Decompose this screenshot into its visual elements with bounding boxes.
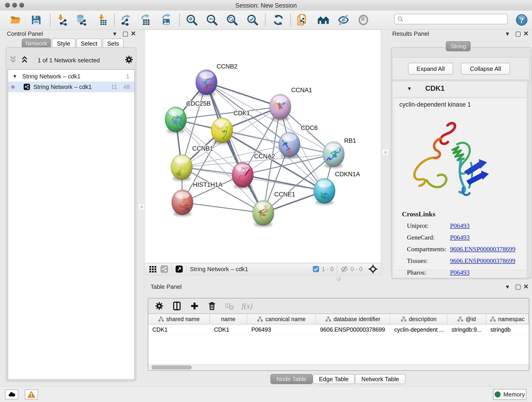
crosslink-value-link[interactable]: P06493 [450,234,470,241]
horizontal-splitter-handle[interactable] [336,276,341,281]
cloud-status-button[interactable] [5,389,18,400]
crosslink-value-link[interactable]: 9606.ENSP00000378699 [450,257,515,264]
network-graph[interactable]: CCNB2CCNA1CDC25BCDK1CDC6RB1CCNB1CCNA2CDK… [145,30,381,263]
collapse-all-button[interactable]: Collapse All [461,63,510,75]
table-cell[interactable]: CDK1 [210,325,247,335]
control-panel-maximize-button[interactable]: ▢ [122,30,128,37]
network-canvas[interactable]: CCNB2CCNA1CDC25BCDK1CDC6RB1CCNB1CCNA2CDK… [145,30,381,263]
network-edge-CCNE1-HIST1H1A[interactable] [182,202,263,213]
selected-checkbox-icon[interactable] [312,266,319,273]
network-node-CDC6[interactable] [279,132,300,157]
network-node-CCNB2[interactable] [196,70,217,95]
help-button[interactable]: ? [516,14,528,27]
zoom-selected-button[interactable] [246,13,259,26]
network-node-CDKN1A[interactable] [314,178,335,204]
tab-node-table[interactable]: Node Table [270,374,313,384]
table-panel-float-button[interactable]: ▼ [505,284,510,290]
string-home-button[interactable] [317,13,330,26]
column-header-shared-name[interactable]: shared name [148,314,210,324]
import-network-button[interactable] [56,13,69,26]
crosslink-value-link[interactable]: P06493 [450,222,470,230]
network-node-RB1[interactable] [323,142,344,167]
network-options-gear-button[interactable] [124,55,133,65]
network-row-selected[interactable]: String Network – cdk1 11 48 [8,82,134,92]
zoom-fit-button[interactable] [226,13,239,26]
table-cell[interactable]: 9606.ENSP00000378699 [316,325,390,335]
table-settings-gear-button[interactable] [155,301,164,311]
detach-view-icon[interactable] [175,265,183,273]
memory-button[interactable]: Memory [493,389,526,400]
table-panel-maximize-button[interactable]: ▢ [515,283,521,290]
tab-edge-table[interactable]: Edge Table [313,374,355,384]
collection-expand-arrow-icon[interactable]: ▼ [13,74,17,79]
control-panel-float-button[interactable]: ▼ [112,31,118,37]
scrollbar-thumb[interactable] [152,365,192,370]
network-node-CCNE1[interactable] [253,200,274,225]
open-session-button[interactable] [9,13,22,26]
table-cell[interactable]: stringdb:9... [447,325,486,335]
results-panel-maximize-button[interactable]: ▢ [515,30,521,37]
network-edge-CCNB2-CCNE1[interactable] [206,82,263,213]
tab-string-results[interactable]: String [446,41,471,51]
warnings-button[interactable] [25,389,38,400]
apply-layout-button[interactable] [272,13,285,26]
network-node-CCNB1[interactable] [171,154,192,180]
column-header-description[interactable]: description [390,314,447,324]
expand-all-button[interactable]: Expand All [408,63,453,75]
column-header-label: shared name [166,316,200,322]
network-node-HIST1H1A[interactable] [172,190,193,215]
grid-view-icon[interactable] [149,265,157,273]
expand-all-networks-button[interactable] [21,55,28,65]
network-view-icon[interactable] [160,265,168,273]
table-cell[interactable]: P06493 [247,325,316,335]
results-panel-float-button[interactable]: ▼ [505,31,510,37]
column-header-database-identifier[interactable]: database identifier [316,314,390,324]
save-session-button[interactable] [30,13,43,26]
network-node-CCNA2[interactable] [232,162,253,187]
ghost-eye-button[interactable] [357,13,370,26]
results-scrollbar[interactable] [526,81,529,278]
table-row[interactable]: CDK1CDK1P064939606.ENSP00000378699cyclin… [148,325,529,335]
table-cell[interactable]: CDK1 [148,325,210,335]
panel-divider-handle[interactable] [138,204,145,210]
crosslink-value-link[interactable]: 9606.ENSP00000378699 [450,245,515,253]
show-columns-button[interactable] [172,301,182,311]
toolbar-search-box[interactable] [394,14,508,24]
search-input[interactable] [404,16,501,22]
control-panel-title: Control Panel [7,30,43,37]
export-image-button[interactable] [159,13,172,26]
export-network-button[interactable] [119,13,132,26]
new-network-from-selection-button[interactable] [297,13,309,26]
create-column-button[interactable] [190,301,199,311]
column-header-canonical-name[interactable]: canonical name [247,314,316,324]
network-collection-row[interactable]: ▼ String Network – cdk1 1 [8,71,134,82]
import-table-button[interactable] [96,13,109,26]
navigator-crosshair-icon[interactable] [368,264,378,274]
delete-column-button[interactable] [207,301,216,311]
column-header-@id[interactable]: @id [447,314,486,324]
import-network-icon [56,14,68,26]
panel-divider-handle[interactable] [382,149,389,155]
export-table-button[interactable] [139,13,152,26]
zoom-in-button[interactable] [185,13,198,26]
collapse-all-networks-button[interactable] [9,55,17,65]
collapse-entry-arrow-icon[interactable]: ▼ [407,86,412,92]
table-horizontal-scrollbar[interactable] [148,364,529,370]
table-cell[interactable]: cyclin-dependent ... [390,325,447,335]
column-header-name[interactable]: name [210,314,247,324]
hide-unhide-button[interactable] [337,13,350,26]
toolbar-separator [50,14,51,26]
network-node-CDK1[interactable] [211,118,233,143]
zoom-out-button[interactable] [206,13,218,26]
table-cell[interactable]: stringdb [486,325,529,335]
table-panel-close-button[interactable]: ✕ [523,283,529,290]
crosslink-value-link[interactable]: P06493 [450,269,470,276]
results-card-header[interactable]: ▼ CDK1 [393,81,529,97]
network-node-CCNA1[interactable] [269,94,291,119]
import-network-from-database-button[interactable] [75,13,88,26]
column-header-namespac[interactable]: namespac [486,314,529,324]
network-node-CDC25B[interactable] [165,107,186,132]
results-panel-close-button[interactable]: ✕ [523,30,529,37]
tab-network-table[interactable]: Network Table [355,374,405,384]
control-panel-close-button[interactable]: ✕ [131,30,136,37]
